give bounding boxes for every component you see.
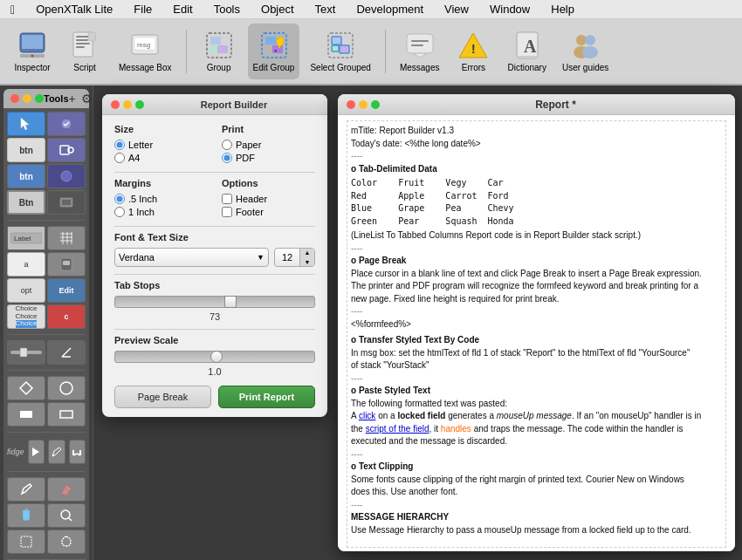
tool-button2[interactable]: btn <box>7 164 45 188</box>
menu-openxtalk[interactable]: OpenXTalk Lite <box>32 3 116 16</box>
menu-tools[interactable]: Tools <box>210 3 244 16</box>
report-paste-subheader: The following formatted text was pasted: <box>351 398 722 411</box>
menu-text[interactable]: Text <box>312 3 340 16</box>
header-checkbox[interactable] <box>222 194 232 204</box>
tool-grid-icon[interactable] <box>47 226 86 250</box>
report-builder-close[interactable] <box>111 100 120 109</box>
menu-view[interactable]: View <box>441 3 472 16</box>
tool-browse[interactable] <box>47 112 86 136</box>
tool-pencil[interactable] <box>48 440 65 464</box>
footer-checkbox[interactable] <box>222 207 232 217</box>
svg-point-40 <box>61 171 72 181</box>
toolbar-group[interactable]: Group <box>196 24 243 79</box>
margin-one-radio[interactable] <box>114 207 125 217</box>
tool-select-rect[interactable] <box>7 529 45 554</box>
messages-icon <box>404 30 436 61</box>
tool-pointer[interactable] <box>7 112 45 136</box>
tab-stops-slider-track[interactable] <box>114 296 315 308</box>
tab-stops-slider-thumb[interactable] <box>224 296 237 308</box>
main-area: Tools + ⚙ btn btn <box>0 85 742 560</box>
tool-checkbox[interactable] <box>47 138 86 162</box>
tool-arrow-right[interactable] <box>28 440 45 464</box>
tool-choice[interactable]: opt <box>7 278 45 303</box>
report-body[interactable]: mTitle: Report Builder v1.3 Today's date… <box>338 115 735 551</box>
tools-maximize-button[interactable] <box>35 94 44 103</box>
tool-field2[interactable]: c <box>47 304 86 329</box>
svg-rect-19 <box>272 45 283 53</box>
font-size-up[interactable]: ▲ <box>300 248 314 257</box>
size-a4-option[interactable]: A4 <box>114 153 208 163</box>
tool-draw-pencil[interactable] <box>7 477 45 502</box>
menu-edit[interactable]: Edit <box>169 3 196 16</box>
preview-slider-thumb[interactable] <box>210 351 223 363</box>
report-titlebar: Report * <box>338 94 735 115</box>
tool-label[interactable]: Label <box>7 226 45 250</box>
tool-combo[interactable]: ChoiceChoiceChoice <box>7 304 45 329</box>
tools-close-button[interactable] <box>10 94 19 103</box>
toolbar-dictionary[interactable]: A Dictionary <box>502 24 551 79</box>
tool-magnifier[interactable] <box>47 503 86 528</box>
print-report-button[interactable]: Print Report <box>218 386 315 408</box>
tool-rect-outline[interactable] <box>47 402 86 427</box>
size-letter-radio[interactable] <box>114 140 125 150</box>
print-pdf-option[interactable]: PDF <box>222 153 315 163</box>
tool-slider[interactable] <box>7 340 45 365</box>
svg-text:Label: Label <box>14 235 31 242</box>
size-a4-radio[interactable] <box>114 153 125 163</box>
option-footer[interactable]: Footer <box>222 207 315 217</box>
toolbar-select-grouped[interactable]: Select Grouped <box>305 24 376 79</box>
toolbar-errors[interactable]: ! Errors <box>450 24 497 79</box>
tool-diamond[interactable] <box>7 376 45 400</box>
tool-image[interactable] <box>47 190 86 215</box>
toolbar-edit-group[interactable]: Edit Group <box>248 24 300 79</box>
report-maximize[interactable] <box>371 100 380 109</box>
tools-add-icon[interactable]: + <box>69 92 76 106</box>
tool-eraser[interactable] <box>47 477 86 502</box>
tool-bucket[interactable] <box>7 503 45 528</box>
action-buttons: Page Break Print Report <box>114 386 315 408</box>
tool-circle[interactable] <box>47 376 86 400</box>
toolbar-inspector[interactable]: Inspector <box>9 24 56 79</box>
toolbar-script[interactable]: Script <box>61 24 108 79</box>
svg-rect-16 <box>210 46 217 52</box>
margin-half-option[interactable]: .5 Inch <box>114 194 208 204</box>
tool-btn-outline[interactable]: Btn <box>7 190 45 215</box>
apple-menu[interactable]:  <box>7 3 18 17</box>
option-header[interactable]: Header <box>222 194 315 204</box>
margin-half-radio[interactable] <box>114 194 125 204</box>
menu-window[interactable]: Window <box>486 3 533 16</box>
print-pdf-radio[interactable] <box>222 153 232 163</box>
tool-edit-field[interactable]: Edit <box>47 278 86 303</box>
tools-gear-icon[interactable]: ⚙ <box>81 92 93 106</box>
report-builder-maximize[interactable] <box>135 100 144 109</box>
toolbar-user-guides[interactable]: User guides <box>557 24 614 79</box>
menu-help[interactable]: Help <box>547 3 578 16</box>
preview-slider-track[interactable] <box>114 351 315 363</box>
tool-lasso[interactable] <box>47 529 86 554</box>
inspector-label: Inspector <box>14 63 50 73</box>
toolbar-message-box[interactable]: msg Message Box <box>113 24 177 79</box>
tool-magnet[interactable] <box>69 440 86 464</box>
report-close[interactable] <box>347 100 355 109</box>
menu-object[interactable]: Object <box>258 3 298 16</box>
report-minimize[interactable] <box>359 100 368 109</box>
tool-text-input[interactable]: a <box>7 252 45 277</box>
tool-scrollbar[interactable] <box>47 252 86 277</box>
tool-button[interactable]: btn <box>7 138 45 162</box>
font-selector[interactable]: Verdana ▼ <box>114 248 269 267</box>
print-paper-radio[interactable] <box>222 140 232 150</box>
menu-development[interactable]: Development <box>353 3 427 16</box>
tools-minimize-button[interactable] <box>23 94 31 103</box>
divider-3 <box>114 274 315 275</box>
report-builder-minimize[interactable] <box>123 100 132 109</box>
tool-radio[interactable] <box>47 164 86 188</box>
page-break-button[interactable]: Page Break <box>114 386 211 408</box>
tool-angle[interactable] <box>47 340 86 365</box>
toolbar-messages[interactable]: Messages <box>395 24 445 79</box>
tool-rect-fill[interactable] <box>7 402 45 427</box>
print-paper-option[interactable]: Paper <box>222 140 315 150</box>
font-size-down[interactable]: ▼ <box>300 257 314 267</box>
menu-file[interactable]: File <box>130 3 155 16</box>
size-letter-option[interactable]: Letter <box>114 140 208 150</box>
margin-one-option[interactable]: 1 Inch <box>114 207 208 217</box>
